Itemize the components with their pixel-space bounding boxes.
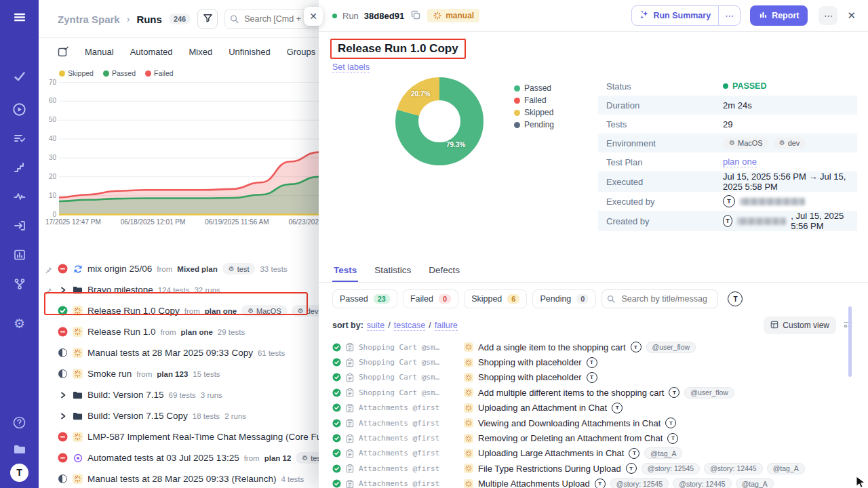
run-row[interactable]: Manual tests at 28 Mar 2025 09:33 (Relau… — [39, 468, 319, 488]
tab[interactable]: Tests — [332, 261, 358, 282]
test-row[interactable]: Shopping Cart @sm… Add a single item to … — [332, 340, 868, 354]
test-row[interactable]: Attachments @first Removing or Deleting … — [332, 430, 868, 445]
manual-test-icon — [464, 388, 473, 397]
run-plan: plan 123 — [157, 370, 188, 378]
clipboard-icon — [346, 479, 354, 488]
run-row[interactable]: Build: Version 7.15 69 tests 3 runs — [39, 384, 319, 405]
folder-icon[interactable] — [8, 438, 31, 461]
x-tick: 17/2025 12:47 PM — [45, 218, 101, 226]
gear-icon[interactable]: ⚙ — [8, 312, 31, 335]
clipboard-icon — [346, 434, 354, 443]
status-filter-chip[interactable]: Passed 23 — [332, 289, 397, 308]
test-title: Add multiple different items to the shop… — [478, 388, 664, 398]
test-row[interactable]: Shopping Cart @sm… Shopping with placeho… — [332, 370, 868, 385]
clipboard-icon — [346, 388, 354, 397]
custom-view-button[interactable]: Custom view — [764, 317, 836, 334]
check-icon[interactable] — [8, 65, 31, 88]
runs-tab[interactable]: Automated — [130, 47, 173, 57]
test-row[interactable]: Shopping Cart @sm… Shopping with placeho… — [332, 354, 868, 369]
redacted-username — [740, 198, 805, 205]
sign-in-icon[interactable] — [8, 214, 31, 237]
test-row[interactable]: Attachments @first Uploading an Attachme… — [332, 401, 868, 415]
runs-tab[interactable]: Groups — [287, 47, 316, 57]
run-row[interactable]: LMP-587 Implement Real-Time Chat Messagi… — [39, 426, 319, 447]
report-chart-icon — [759, 10, 768, 21]
status-blocked-icon — [58, 432, 68, 442]
steps-icon[interactable] — [8, 156, 31, 179]
from-label: from — [136, 370, 152, 378]
tag-badge: @story: 12445 — [704, 463, 762, 474]
test-row[interactable]: Attachments @first Multiple Attachments … — [332, 476, 868, 488]
tab[interactable]: Defects — [427, 261, 461, 282]
status-filter-chip[interactable]: Failed 0 — [403, 289, 458, 308]
run-summary-more-button[interactable]: ⋯ — [718, 6, 740, 25]
test-row[interactable]: Attachments @first File Type Restriction… — [332, 461, 868, 476]
more-actions-button[interactable]: ⋯ — [818, 6, 837, 25]
test-list: Shopping Cart @sm… Add a single item to … — [319, 340, 868, 488]
test-plan-link[interactable]: plan one — [723, 157, 757, 167]
help-icon[interactable] — [8, 411, 31, 434]
legend-item: Failed — [145, 69, 174, 77]
app-screen: ⚙ T Zyntra Spark › Runs 246 — [0, 0, 868, 488]
run-row[interactable]: mix origin 25/06 from Mixed plan ⚙test 3… — [39, 258, 319, 279]
run-tests-count: 69 tests — [169, 391, 196, 399]
test-suite: Shopping Cart @sm… — [359, 373, 459, 382]
run-row[interactable]: Automated tests at 03 Jul 2025 13:25 fro… — [39, 447, 319, 468]
runs-tab[interactable]: Manual — [85, 47, 114, 57]
breadcrumb-section[interactable]: Runs — [136, 14, 162, 25]
status-filter-chip[interactable]: Skipped 6 — [464, 289, 527, 308]
chevron-right-icon[interactable] — [58, 285, 68, 295]
legend-dot — [103, 70, 109, 77]
select-runs-icon[interactable] — [58, 46, 68, 57]
run-row[interactable]: Manual tests at 28 Mar 2025 09:33 Copy 6… — [39, 342, 319, 363]
environment-badge: ⚙dev — [773, 138, 806, 149]
status-passed-icon — [332, 358, 341, 367]
play-circle-icon[interactable] — [8, 98, 31, 121]
scrollbar-thumb[interactable] — [848, 306, 852, 377]
manual-run-icon — [73, 327, 83, 337]
report-button[interactable]: Report — [750, 5, 808, 26]
filter-button[interactable] — [197, 9, 218, 29]
tests-search-input[interactable] — [601, 289, 718, 308]
set-labels-link[interactable]: Set labels — [332, 62, 370, 73]
detail-row: Test Plan plan one — [598, 152, 857, 171]
assignee-avatar: T — [665, 418, 676, 428]
avatar: T — [723, 195, 735, 207]
run-row[interactable]: Release Run 1.0 Copy from plan one ⚙MacO… — [39, 300, 319, 321]
activity-icon[interactable] — [8, 185, 31, 208]
test-row[interactable]: Shopping Cart @sm… Add multiple differen… — [332, 385, 868, 400]
donut-legend: Passed Failed Skipped Pending — [514, 83, 554, 129]
test-row[interactable]: Attachments @first Uploading Large Attac… — [332, 446, 868, 461]
gear-icon: ⚙ — [298, 308, 304, 314]
folder-icon — [73, 285, 83, 295]
menu-icon[interactable] — [8, 5, 31, 28]
tag-badge: @user_flow — [646, 342, 696, 353]
list-check-icon[interactable] — [8, 127, 31, 150]
close-button[interactable]: ✕ — [847, 9, 856, 22]
chevron-right-icon[interactable] — [58, 390, 68, 400]
status-filter-chip[interactable]: Pending 0 — [532, 289, 596, 308]
spinner-icon — [433, 11, 442, 20]
run-row[interactable]: Bravo milestone 124 tests 32 runs — [39, 279, 319, 300]
test-title: Shopping with placeholder — [478, 357, 582, 367]
git-branch-icon[interactable] — [8, 272, 31, 296]
copy-run-id-button[interactable] — [410, 9, 422, 23]
sort-option: testcase — [384, 321, 425, 331]
user-avatar[interactable]: T — [8, 465, 31, 488]
run-row[interactable]: Build: Version 7.15 Copy 18 tests 2 runs — [39, 405, 319, 426]
manual-test-icon — [464, 418, 473, 428]
runs-tab[interactable]: Unfinished — [229, 47, 270, 57]
tab[interactable]: Statistics — [373, 261, 412, 282]
breadcrumb-project[interactable]: Zyntra Spark — [58, 14, 120, 25]
assignee-filter-avatar[interactable]: T — [728, 291, 743, 306]
run-row[interactable]: Smoke run from plan 123 15 tests — [39, 363, 319, 384]
test-tags: @story: 12545@story: 12445@tag_A — [642, 463, 805, 474]
run-type-badge: manual — [427, 9, 479, 22]
test-row[interactable]: Attachments @first Viewing and Downloadi… — [332, 415, 868, 430]
bar-chart-icon[interactable] — [8, 243, 31, 266]
runs-tab[interactable]: Mixed — [189, 47, 213, 57]
close-drawer-button[interactable]: ✕ — [304, 7, 323, 26]
run-summary-button[interactable]: Run Summary ⋯ — [631, 5, 741, 26]
chevron-right-icon[interactable] — [58, 411, 68, 421]
run-row[interactable]: Release Run 1.0 from plan one 29 tests — [39, 321, 319, 342]
